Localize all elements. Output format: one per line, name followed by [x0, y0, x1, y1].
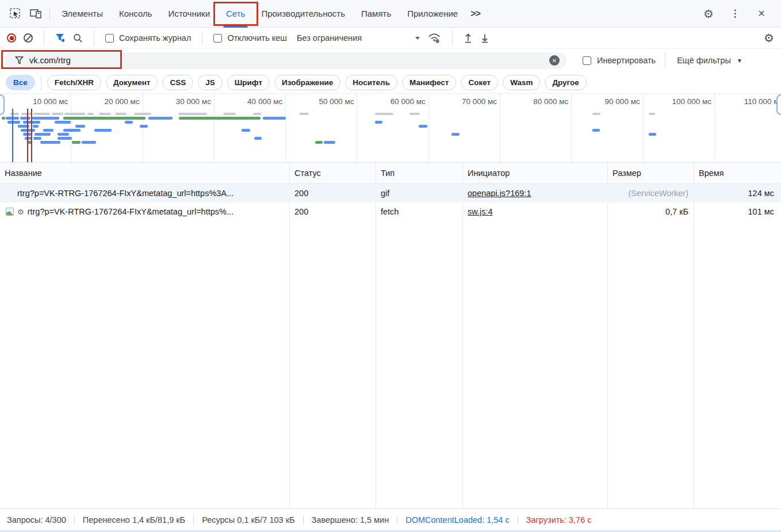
- kebab-menu-icon[interactable]: ⋮: [726, 5, 744, 22]
- tab-performance[interactable]: Производительность: [253, 0, 353, 28]
- requests-table-body: rtrg?p=VK-RTRG-1767264-FIxY&metatag_url=…: [0, 184, 781, 221]
- requests-table-header: НазваниеСтатусТипИнициаторРазмерВремя: [0, 163, 781, 184]
- clear-network-log-icon[interactable]: [24, 33, 33, 43]
- throttling-value: Без ограничения: [297, 33, 362, 43]
- cell-name: ⚙rtrg?p=VK-RTRG-1767264-FIxY&metatag_url…: [0, 207, 290, 216]
- devtools-tab-bar: ЭлементыКонсольИсточникиСетьПроизводител…: [0, 0, 781, 28]
- main-tab-strip: ЭлементыКонсольИсточникиСетьПроизводител…: [53, 0, 466, 28]
- column-header-2[interactable]: Статус: [290, 169, 376, 178]
- image-preview-icon: [6, 208, 14, 216]
- tab-application[interactable]: Приложение: [399, 0, 466, 28]
- type-chip-шрифт[interactable]: Шрифт: [227, 75, 270, 90]
- request-row[interactable]: rtrg?p=VK-RTRG-1767264-FIxY&metatag_url=…: [0, 184, 781, 202]
- load-line: [27, 109, 28, 162]
- preserve-log-label: Сохранять журнал: [119, 33, 191, 43]
- more-tabs-icon[interactable]: >>: [466, 9, 485, 19]
- filter-toggle-icon[interactable]: [55, 33, 66, 43]
- summary-item: DOMContentLoaded: 1,54 с: [397, 515, 518, 525]
- filter-input[interactable]: [29, 56, 549, 65]
- tab-bar-right-controls: ⚙ ⋮ ✕: [698, 5, 775, 22]
- column-header-5[interactable]: Размер: [608, 169, 694, 178]
- type-chip-носитель[interactable]: Носитель: [345, 75, 397, 90]
- load-end-line: [31, 109, 32, 162]
- type-chip-wasm[interactable]: Wasm: [503, 75, 540, 90]
- type-chip-манифест[interactable]: Манифест: [402, 75, 456, 90]
- tab-elements[interactable]: Элементы: [53, 0, 111, 28]
- search-icon[interactable]: [73, 33, 83, 43]
- type-chip-css[interactable]: CSS: [162, 75, 193, 90]
- network-conditions-icon[interactable]: [427, 32, 441, 44]
- column-header-1[interactable]: Название: [0, 169, 290, 178]
- filter-divider: [665, 53, 665, 68]
- initiator-link[interactable]: sw.js:4: [468, 207, 493, 216]
- summary-item: Запросы: 4/300: [7, 515, 75, 525]
- preserve-log-group: Сохранять журнал: [105, 33, 191, 43]
- column-header-4[interactable]: Инициатор: [463, 169, 608, 178]
- network-overview[interactable]: 10 000 мс20 000 мс30 000 мс40 000 мс50 0…: [0, 94, 781, 163]
- type-chip-js[interactable]: JS: [198, 75, 223, 90]
- type-chip-сокет[interactable]: Сокет: [461, 75, 498, 90]
- more-filters-label: Ещё фильтры: [677, 56, 731, 65]
- inspect-element-icon[interactable]: [6, 5, 24, 22]
- invert-filter-label: Инвертировать: [597, 56, 656, 65]
- cell-status: 200: [290, 189, 376, 198]
- network-settings-gear-icon[interactable]: ⚙: [764, 31, 774, 45]
- cell-name: rtrg?p=VK-RTRG-1767264-FIxY&metatag_url=…: [0, 189, 290, 198]
- type-chip-другое[interactable]: Другое: [545, 75, 586, 90]
- toolbar-divider: [94, 31, 94, 45]
- request-name-text: rtrg?p=VK-RTRG-1767264-FIxY&metatag_url=…: [17, 189, 233, 198]
- settings-gear-icon[interactable]: ⚙: [700, 5, 717, 22]
- type-chip-все[interactable]: Все: [6, 75, 35, 90]
- invert-filter-group: Инвертировать: [583, 56, 656, 65]
- preserve-log-checkbox[interactable]: [105, 34, 114, 43]
- request-name-text: rtrg?p=VK-RTRG-1767264-FIxY&metatag_url=…: [28, 207, 233, 216]
- overview-left-handle[interactable]: [0, 94, 5, 115]
- column-header-3[interactable]: Тип: [376, 169, 463, 178]
- tab-console[interactable]: Консоль: [111, 0, 160, 28]
- device-toolbar-icon[interactable]: [27, 5, 44, 22]
- cell-status: 200: [290, 207, 376, 216]
- disable-cache-checkbox[interactable]: [213, 34, 222, 43]
- cell-time: 101 мс: [694, 207, 781, 216]
- column-header-6[interactable]: Время: [694, 169, 781, 178]
- request-row[interactable]: ⚙rtrg?p=VK-RTRG-1767264-FIxY&metatag_url…: [0, 202, 781, 221]
- import-har-icon[interactable]: [464, 33, 473, 43]
- network-summary-bar: Запросы: 4/300Перенесено 1,4 кБ/81,9 кБР…: [0, 508, 781, 532]
- cell-time: 124 мс: [694, 189, 781, 198]
- summary-item: Перенесено 1,4 кБ/81,9 кБ: [75, 515, 194, 525]
- cell-size: (ServiceWorker): [608, 189, 694, 198]
- network-toolbar: Сохранять журнал Отключить кеш Без огран…: [0, 28, 781, 49]
- invert-filter-checkbox[interactable]: [583, 56, 591, 65]
- type-chip-изображение[interactable]: Изображение: [274, 75, 340, 90]
- export-har-icon[interactable]: [480, 33, 489, 43]
- record-network-log-icon[interactable]: [7, 33, 16, 43]
- cell-size: 0,7 кБ: [608, 207, 694, 216]
- disable-cache-group: Отключить кеш: [213, 33, 287, 43]
- toolbar-divider: [202, 31, 202, 45]
- more-filters-button[interactable]: Ещё фильтры ▼: [672, 56, 747, 65]
- cell-initiator: sw.js:4: [463, 207, 608, 216]
- overview-markers-layer: [0, 94, 781, 162]
- filter-row: ✕ Инвертировать Ещё фильтры ▼: [0, 49, 781, 72]
- cell-initiator: openapi.js?169:1: [463, 189, 608, 198]
- type-chip-документ[interactable]: Документ: [106, 75, 158, 90]
- throttling-select[interactable]: Без ограничения: [294, 33, 420, 43]
- toolbar-divider: [452, 31, 453, 45]
- serviceworker-gear-icon: ⚙: [17, 208, 24, 216]
- tab-memory[interactable]: Память: [353, 0, 399, 28]
- summary-item: Загрузить: 3,76 с: [518, 515, 600, 525]
- tab-network[interactable]: Сеть: [218, 0, 253, 28]
- overview-right-handle[interactable]: [776, 94, 781, 115]
- close-devtools-icon[interactable]: ✕: [753, 5, 770, 22]
- clear-filter-icon[interactable]: ✕: [549, 55, 560, 66]
- initiator-link[interactable]: openapi.js?169:1: [468, 189, 531, 198]
- chip-divider: [41, 76, 41, 90]
- chevron-down-icon: ▼: [737, 58, 742, 64]
- cell-type: fetch: [376, 207, 463, 216]
- domcontentloaded-line: [12, 109, 13, 162]
- toolbar-divider: [49, 7, 50, 21]
- type-chip-fetch-xhr[interactable]: Fetch/XHR: [47, 75, 101, 90]
- requests-table: НазваниеСтатусТипИнициаторРазмерВремя rt…: [0, 163, 781, 508]
- tab-sources[interactable]: Источники: [160, 0, 218, 28]
- filter-pill[interactable]: ✕: [5, 52, 566, 69]
